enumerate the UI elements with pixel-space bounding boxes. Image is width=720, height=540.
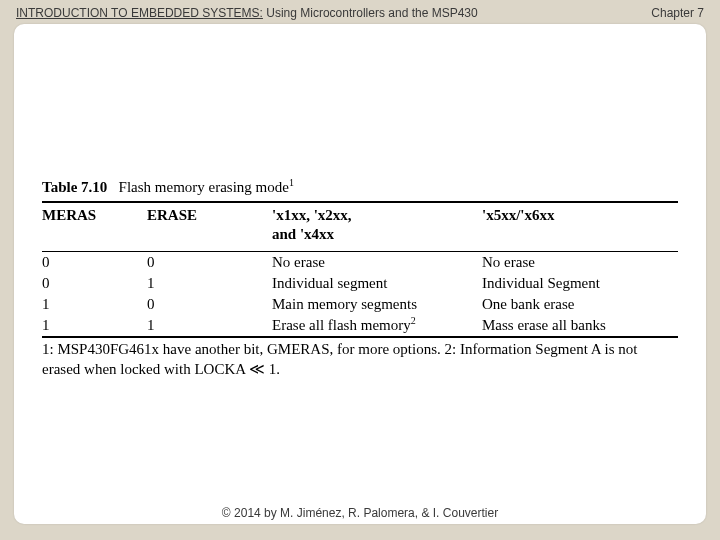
- cell: 0: [42, 253, 147, 272]
- cell: No erase: [482, 253, 678, 272]
- col-header-family-b: 'x5xx/'x6xx: [482, 206, 678, 244]
- title-prefix: INTRODUCTION TO EMBEDDED SYSTEMS:: [16, 6, 263, 20]
- col-header-family-a-line1: 'x1xx, 'x2xx,: [272, 206, 482, 225]
- page-header: INTRODUCTION TO EMBEDDED SYSTEMS: Using …: [16, 6, 704, 20]
- table-row: 1 1 Erase all flash memory2 Mass erase a…: [42, 315, 678, 336]
- col-header-family-a: 'x1xx, 'x2xx, and 'x4xx: [272, 206, 482, 244]
- col-header-erase: ERASE: [147, 206, 272, 244]
- cell: One bank erase: [482, 295, 678, 314]
- copyright-footer: © 2014 by M. Jiménez, R. Palomera, & I. …: [14, 506, 706, 520]
- title-suffix: Using Microcontrollers and the MSP430: [263, 6, 478, 20]
- cell: 0: [147, 253, 272, 272]
- table-row: 0 1 Individual segment Individual Segmen…: [42, 273, 678, 294]
- cell: 1: [42, 316, 147, 335]
- cell: No erase: [272, 253, 482, 272]
- cell: Individual Segment: [482, 274, 678, 293]
- cell: 1: [42, 295, 147, 314]
- table-header-row: MERAS ERASE 'x1xx, 'x2xx, and 'x4xx 'x5x…: [42, 203, 678, 251]
- col-header-family-a-line2: and 'x4xx: [272, 225, 482, 244]
- table-body: 0 0 No erase No erase 0 1 Individual seg…: [42, 252, 678, 337]
- cell: 0: [147, 295, 272, 314]
- book-title: INTRODUCTION TO EMBEDDED SYSTEMS: Using …: [16, 6, 478, 20]
- table-caption-text: Flash memory erasing mode: [119, 179, 289, 195]
- table-block: Table 7.10 Flash memory erasing mode1 ME…: [42, 178, 678, 379]
- cell: Main memory segments: [272, 295, 482, 314]
- table-footnote: 1: MSP430FG461x have another bit, GMERAS…: [42, 338, 678, 378]
- table-caption: Table 7.10 Flash memory erasing mode1: [42, 178, 678, 197]
- table-number: Table 7.10: [42, 179, 107, 195]
- cell: Erase all flash memory2: [272, 316, 482, 335]
- cell: Mass erase all banks: [482, 316, 678, 335]
- cell: Individual segment: [272, 274, 482, 293]
- col-header-meras: MERAS: [42, 206, 147, 244]
- chapter-label: Chapter 7: [651, 6, 704, 20]
- cell: 1: [147, 316, 272, 335]
- page-card: Table 7.10 Flash memory erasing mode1 ME…: [14, 24, 706, 524]
- caption-superscript: 1: [289, 177, 294, 188]
- table-row: 0 0 No erase No erase: [42, 252, 678, 273]
- cell: 1: [147, 274, 272, 293]
- cell: 0: [42, 274, 147, 293]
- table: MERAS ERASE 'x1xx, 'x2xx, and 'x4xx 'x5x…: [42, 201, 678, 338]
- table-row: 1 0 Main memory segments One bank erase: [42, 294, 678, 315]
